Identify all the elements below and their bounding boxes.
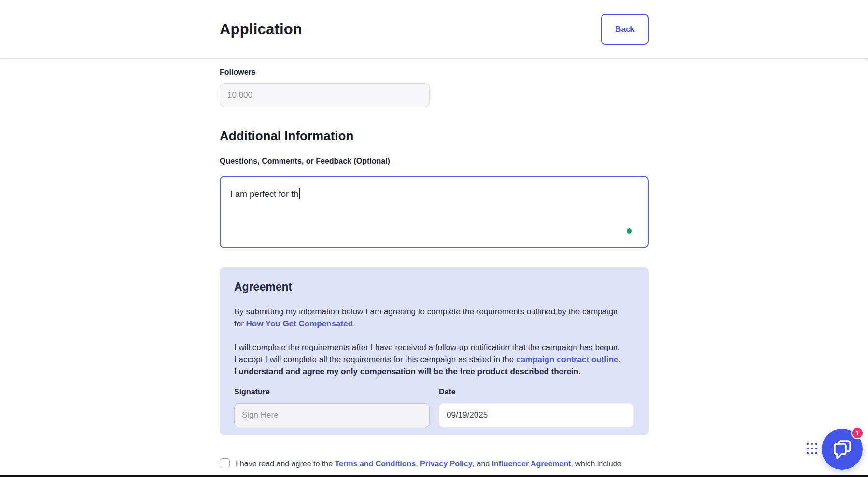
feedback-label: Questions, Comments, or Feedback (Option… xyxy=(220,156,649,166)
chat-bubbles-icon xyxy=(831,439,854,460)
followers-label: Followers xyxy=(220,68,649,77)
agreement-heading: Agreement xyxy=(234,280,634,294)
privacy-policy-link[interactable]: Privacy Policy xyxy=(420,460,473,468)
chat-notification-badge: 1 xyxy=(851,427,864,439)
application-form: Followers Additional Information Questio… xyxy=(220,59,649,477)
signature-label: Signature xyxy=(234,388,439,396)
date-label: Date xyxy=(439,388,634,396)
feedback-textarea[interactable]: I am perfect for th xyxy=(220,176,649,248)
chat-launcher-button[interactable]: 1 xyxy=(822,429,863,470)
agreement-p2-line2: I accept I will complete all the require… xyxy=(234,355,516,364)
application-page: Application Back Followers Additional In… xyxy=(0,0,868,477)
agreement-p1-line1: By submitting my information below I am … xyxy=(234,307,618,316)
page-title: Application xyxy=(220,21,302,38)
bottom-edge-bar xyxy=(0,475,868,477)
agreement-p2-line1: I will complete the requirements after I… xyxy=(234,343,620,352)
back-button[interactable]: Back xyxy=(601,14,649,45)
additional-information-heading: Additional Information xyxy=(220,128,649,143)
signature-field-group: Signature xyxy=(234,388,439,427)
consent-checkbox[interactable] xyxy=(220,458,230,468)
compensation-disclaimer: I understand and agree my only compensat… xyxy=(234,367,581,376)
signature-date-row: Signature Date xyxy=(234,388,634,427)
text-cursor-icon xyxy=(299,188,300,199)
drag-dots-glyph xyxy=(806,442,818,455)
compensation-link[interactable]: How You Get Compensated xyxy=(246,319,353,328)
date-input[interactable] xyxy=(439,403,634,427)
consent-row: I have read and agree to the Terms and C… xyxy=(220,457,649,477)
drag-handle-icon[interactable] xyxy=(806,442,818,455)
grammarly-status-icon[interactable] xyxy=(627,228,632,234)
terms-and-conditions-link[interactable]: Terms and Conditions xyxy=(335,460,416,468)
agreement-paragraph-1: By submitting my information below I am … xyxy=(234,306,634,330)
signature-input[interactable] xyxy=(234,403,430,427)
consent-text: I have read and agree to the Terms and C… xyxy=(236,457,649,477)
contract-outline-link[interactable]: campaign contract outline xyxy=(516,355,618,364)
followers-input[interactable] xyxy=(220,83,430,107)
agreement-panel: Agreement By submitting my information b… xyxy=(220,267,649,435)
page-header: Application Back xyxy=(0,0,868,59)
agreement-paragraph-2: I will complete the requirements after I… xyxy=(234,341,634,378)
feedback-text: I am perfect for th xyxy=(230,189,298,199)
header-inner: Application Back xyxy=(220,0,649,58)
influencer-agreement-link[interactable]: Influencer Agreement xyxy=(492,460,571,468)
date-field-group: Date xyxy=(439,388,634,427)
agreement-p1-line2: for xyxy=(234,319,246,328)
